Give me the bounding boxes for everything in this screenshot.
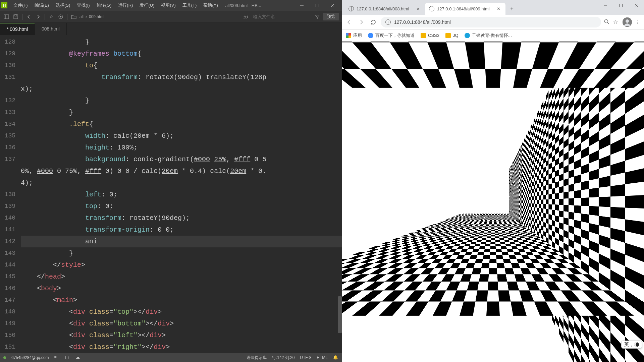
svg-marker-9: [60, 16, 62, 17]
ime-indicator[interactable]: 英 ,: [621, 341, 642, 349]
status-lang[interactable]: HTML: [317, 355, 328, 360]
tab-close-icon[interactable]: ✕: [497, 6, 501, 11]
code-editor[interactable]: 128129130131 132133134135136137 13813914…: [0, 35, 342, 353]
browser-tabstrip: 127.0.0.1:8848/all/008.html ✕ 127.0.0.1:…: [342, 0, 644, 15]
tunnel-face-right: [342, 42, 513, 362]
bookmark-item[interactable]: CSS3: [421, 33, 439, 38]
menu-dots-icon[interactable]: ⋮: [635, 19, 641, 25]
breadcrumb-part[interactable]: 009.html: [89, 14, 104, 19]
tunnel-face-left: [509, 42, 644, 362]
folder-icon[interactable]: [70, 13, 77, 20]
status-user: 675459284@qq.com: [11, 355, 49, 360]
nav-back-icon[interactable]: [25, 13, 33, 20]
scrollbar-thumb[interactable]: [338, 296, 342, 333]
svg-marker-11: [315, 15, 319, 18]
star-icon[interactable]: ☆: [48, 13, 55, 20]
file-filter-input[interactable]: [251, 13, 312, 20]
browser-tab[interactable]: 127.0.0.1:8848/all/008.html ✕: [344, 3, 425, 15]
editor-tab[interactable]: 008.html: [35, 23, 67, 35]
status-encoding[interactable]: UTF-8: [300, 355, 311, 360]
app-logo-icon: H: [1, 2, 7, 8]
bookmark-item[interactable]: JQ: [445, 33, 459, 38]
tab-close-icon[interactable]: ✕: [416, 6, 421, 11]
window-controls: [294, 0, 340, 11]
close-icon[interactable]: [629, 0, 644, 11]
minimize-icon[interactable]: [294, 0, 310, 11]
address-bar: i 127.0.0.1:8848/all/009.html ☆ ⋮: [342, 15, 644, 29]
translate-icon[interactable]: 文A: [242, 13, 249, 20]
status-syntax[interactable]: 语法提示库: [247, 355, 267, 361]
svg-rect-7: [15, 15, 17, 16]
bookmark-apps[interactable]: 应用: [346, 33, 362, 39]
editor-pane: H 文件(F) 编辑(E) 选择(S) 查找(I) 跳转(G) 运行(R) 发行…: [0, 0, 342, 362]
code-content[interactable]: } @keyframes bottom{ to{ transform: rota…: [19, 35, 342, 353]
minimize-icon[interactable]: [598, 0, 613, 11]
folder-icon: [421, 33, 426, 38]
save-icon[interactable]: [12, 13, 19, 20]
terminal-icon[interactable]: ▢: [65, 355, 70, 360]
menu-help[interactable]: 帮助(Y): [200, 1, 221, 10]
panel-left-icon[interactable]: [3, 13, 10, 20]
site-icon: [368, 33, 373, 38]
browser-window-controls: [598, 0, 644, 12]
menu-file[interactable]: 文件(F): [10, 1, 31, 10]
checker-tunnel: [342, 42, 644, 362]
svg-point-16: [605, 19, 608, 23]
svg-rect-13: [620, 4, 623, 7]
indent-icon[interactable]: ≡: [54, 355, 60, 360]
run-icon[interactable]: [57, 13, 64, 20]
svg-rect-1: [316, 4, 319, 7]
apps-icon: [346, 33, 351, 38]
breadcrumb[interactable]: all › 009.html: [79, 14, 104, 19]
chevron-right-icon: ›: [86, 14, 87, 19]
new-tab-button[interactable]: ＋: [507, 4, 517, 14]
browser-tab-active[interactable]: 127.0.0.1:8848/all/009.html ✕: [425, 3, 505, 15]
cloud-icon[interactable]: ☁: [76, 355, 81, 360]
menu-run[interactable]: 运行(R): [115, 1, 136, 10]
maximize-icon[interactable]: [613, 0, 629, 11]
bell-icon[interactable]: 🔔: [333, 355, 338, 360]
bookmark-item[interactable]: 百度一下，你就知道: [368, 33, 415, 39]
toolbar: ☆ all › 009.html 文A 预览: [0, 11, 342, 23]
ime-mode-icon: ,: [631, 342, 632, 347]
status-cursor: 行:142 列:20: [272, 355, 294, 361]
menu-publish[interactable]: 发行(U): [136, 1, 158, 10]
browser-back-icon[interactable]: [344, 17, 354, 27]
editor-tab-active[interactable]: * 009.html: [0, 23, 35, 35]
menubar: H 文件(F) 编辑(E) 选择(S) 查找(I) 跳转(G) 运行(R) 发行…: [0, 0, 342, 11]
breadcrumb-part[interactable]: all: [79, 14, 84, 19]
folder-icon: [445, 33, 451, 38]
bookmark-star-icon[interactable]: ☆: [613, 19, 620, 25]
globe-icon: [348, 6, 354, 11]
menu-goto[interactable]: 跳转(G): [93, 1, 115, 10]
site-info-icon[interactable]: i: [385, 19, 391, 25]
url-text: 127.0.0.1:8848/all/009.html: [394, 19, 451, 25]
reload-icon[interactable]: [369, 17, 378, 27]
menu-tools[interactable]: 工具(T): [179, 1, 200, 10]
url-box[interactable]: i 127.0.0.1:8848/all/009.html: [381, 17, 601, 27]
menu-view[interactable]: 视图(V): [158, 1, 179, 10]
nav-forward-icon[interactable]: [35, 13, 42, 20]
menu-edit[interactable]: 编辑(E): [31, 1, 52, 10]
maximize-icon[interactable]: [310, 0, 325, 11]
editor-tabs: * 009.html 008.html: [0, 23, 342, 35]
profile-avatar-icon[interactable]: [623, 17, 632, 27]
menu-find[interactable]: 查找(I): [73, 1, 93, 10]
filter-icon[interactable]: [314, 13, 321, 20]
bookmarks-bar: 应用 百度一下，你就知道 CSS3 JQ 千锋教育-做有情怀...: [342, 29, 644, 42]
svg-text:文A: 文A: [244, 15, 248, 19]
preview-button[interactable]: 预览: [323, 13, 339, 20]
browser-forward-icon[interactable]: [357, 17, 366, 27]
globe-icon: [429, 6, 434, 11]
close-icon[interactable]: [325, 0, 340, 11]
status-dot-icon: [3, 356, 6, 359]
svg-line-17: [608, 22, 609, 24]
line-gutter: 128129130131 132133134135136137 13813914…: [0, 35, 19, 353]
tunnel-face-bottom: [342, 88, 644, 217]
search-page-icon[interactable]: [604, 19, 610, 25]
menu-select[interactable]: 选择(S): [52, 1, 73, 10]
browser-tab-label: 127.0.0.1:8848/all/009.html: [437, 6, 490, 11]
svg-point-19: [626, 19, 629, 23]
bookmark-item[interactable]: 千锋教育-做有情怀...: [465, 33, 512, 39]
statusbar: 675459284@qq.com ≡ ▢ ☁ 语法提示库 行:142 列:20 …: [0, 353, 342, 362]
